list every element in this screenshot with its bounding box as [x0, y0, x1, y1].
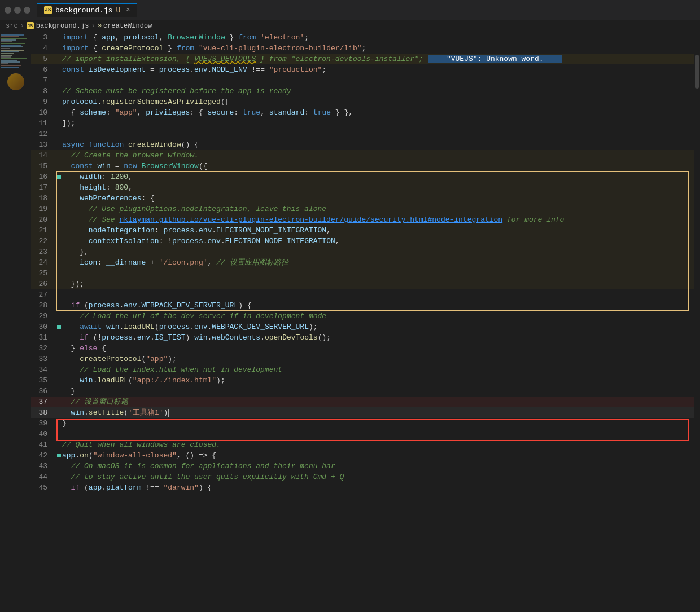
line-content-6: const isDevelopment = process.env.NODE_E…	[62, 64, 700, 75]
line-content-45: if (app.platform !== "darwin") {	[62, 482, 700, 493]
line-num-22: 22	[31, 236, 56, 246]
line-content-7	[62, 75, 700, 86]
code-line-41: 41 // Quit when all windows are closed.	[31, 439, 700, 450]
line-num-16: 16	[31, 171, 56, 182]
code-line-20: 20 // See nklayman.github.io/vue-cli-plu…	[31, 214, 700, 225]
tab-filename: background.js	[55, 6, 112, 15]
code-line-33: 33 createProtocol("app");	[31, 354, 700, 364]
code-line-44: 44 // to stay active until the user quit…	[31, 472, 700, 482]
line-content-29: // Load the url of the dev server if in …	[62, 311, 700, 322]
breadcrumb-icon-fn: ⊙	[98, 21, 102, 30]
code-line-25: 25	[31, 268, 700, 279]
code-line-31: 31 if (!process.env.IS_TEST) win.webCont…	[31, 332, 700, 343]
code-line-7: 7	[31, 75, 700, 86]
js-file-icon: JS	[44, 6, 52, 14]
line-content-18: webPreferences: {	[62, 193, 700, 204]
line-num-37: 37	[31, 397, 56, 407]
line-content-44: // to stay active until the user quits e…	[62, 472, 700, 482]
line-num-21: 21	[31, 225, 56, 236]
code-line-28: 28 if (process.env.WEBPACK_DEV_SERVER_UR…	[31, 300, 700, 311]
line-num-40: 40	[31, 429, 56, 439]
code-line-12: 12	[31, 129, 700, 139]
line-num-44: 44	[31, 472, 56, 482]
line-num-7: 7	[31, 75, 56, 86]
line-num-18: 18	[31, 193, 56, 204]
line-num-29: 29	[31, 311, 56, 322]
line-content-5: // import installExtension, { VUEJS_DEVT…	[62, 54, 700, 64]
line-content-26: });	[62, 279, 700, 289]
code-line-37: 37 // 设置窗口标题	[31, 397, 700, 407]
line-content-42: app.on("window-all-closed", () => {	[62, 450, 700, 461]
breadcrumb: src › JS background.js › ⊙ createWindow	[0, 20, 700, 32]
line-content-34: // Load the index.html when not in devel…	[62, 364, 700, 375]
code-line-34: 34 // Load the index.html when not in de…	[31, 364, 700, 375]
code-line-22: 22 contextIsolation: !process.env.ELECTR…	[31, 236, 700, 246]
code-line-11: 11 ]);	[31, 118, 700, 129]
line-num-11: 11	[31, 118, 56, 129]
line-content-14: // Create the browser window.	[62, 150, 700, 161]
line-num-24: 24	[31, 257, 56, 268]
code-line-16: 16 width: 1200,	[31, 171, 700, 182]
line-num-14: 14	[31, 150, 56, 161]
line-num-33: 33	[31, 354, 56, 364]
code-line-27: 27	[31, 289, 700, 300]
line-content-12	[62, 129, 700, 139]
breadcrumb-sep-2: ›	[91, 22, 95, 30]
dot-3	[24, 7, 30, 14]
line-num-20: 20	[31, 214, 56, 225]
line-content-13: async function createWindow() {	[62, 139, 700, 150]
breadcrumb-js-icon: JS	[27, 22, 34, 29]
code-line-30: 30 await win.loadURL(process.env.WEBPACK…	[31, 322, 700, 332]
line-num-12: 12	[31, 129, 56, 139]
line-content-9: protocol.registerSchemesAsPrivileged([	[62, 96, 700, 107]
line-content-22: contextIsolation: !process.env.ELECTRON_…	[62, 236, 700, 246]
line-content-17: height: 800,	[62, 182, 700, 193]
code-line-9: 9 protocol.registerSchemesAsPrivileged([	[31, 96, 700, 107]
line-content-20: // See nklayman.github.io/vue-cli-plugin…	[62, 214, 700, 225]
code-line-3: 3 import { app, protocol, BrowserWindow …	[31, 32, 700, 43]
line-num-25: 25	[31, 268, 56, 279]
line-num-39: 39	[31, 418, 56, 429]
line-content-10: { scheme: "app", privileges: { secure: t…	[62, 107, 700, 118]
line-content-23: },	[62, 246, 700, 257]
code-line-18: 18 webPreferences: {	[31, 193, 700, 204]
dot-2	[14, 7, 21, 14]
line-num-45: 45	[31, 482, 56, 493]
line-num-42: 42	[31, 450, 56, 461]
line-content-43: // On macOS it is common for application…	[62, 461, 700, 472]
editor-tab[interactable]: JS background.js U ×	[37, 3, 137, 17]
tab-close-button[interactable]: ×	[126, 6, 130, 14]
code-line-26: 26 });	[31, 279, 700, 289]
code-line-29: 29 // Load the url of the dev server if …	[31, 311, 700, 322]
title-bar: JS background.js U ×	[0, 0, 700, 20]
breadcrumb-fn[interactable]: createWindow	[103, 22, 152, 30]
line-num-26: 26	[31, 279, 56, 289]
code-line-10: 10 { scheme: "app", privileges: { secure…	[31, 107, 700, 118]
code-line-38: 38 win.setTitle('工具箱1')	[31, 407, 700, 418]
line-content-35: win.loadURL("app:/./index.html");	[62, 375, 700, 386]
code-line-35: 35 win.loadURL("app:/./index.html");	[31, 375, 700, 386]
line-num-38: 38	[31, 407, 56, 418]
scrollbar-track[interactable]	[694, 32, 700, 612]
code-line-14: 14 // Create the browser window.	[31, 150, 700, 161]
window-controls	[5, 7, 30, 14]
code-line-45: 45 if (app.platform !== "darwin") {	[31, 482, 700, 493]
line-content-21: nodeIntegration: process.env.ELECTRON_NO…	[62, 225, 700, 236]
breadcrumb-src[interactable]: src	[6, 22, 18, 30]
code-line-24: 24 icon: __dirname + '/icon.png', // 设置应…	[31, 257, 700, 268]
breadcrumb-file[interactable]: background.js	[36, 22, 89, 30]
line-content-11: ]);	[62, 118, 700, 129]
code-line-6: 6 const isDevelopment = process.env.NODE…	[31, 64, 700, 75]
line-num-8: 8	[31, 86, 56, 96]
scrollbar-thumb[interactable]	[695, 55, 699, 89]
line-content-36: }	[62, 386, 700, 397]
line-num-10: 10	[31, 107, 56, 118]
line-content-16: width: 1200,	[62, 171, 700, 182]
line-num-36: 36	[31, 386, 56, 397]
line-num-41: 41	[31, 439, 56, 450]
line-content-32: } else {	[62, 343, 700, 354]
line-content-41: // Quit when all windows are closed.	[62, 439, 700, 450]
line-num-3: 3	[31, 32, 56, 43]
line-num-28: 28	[31, 300, 56, 311]
line-content-33: createProtocol("app");	[62, 354, 700, 364]
